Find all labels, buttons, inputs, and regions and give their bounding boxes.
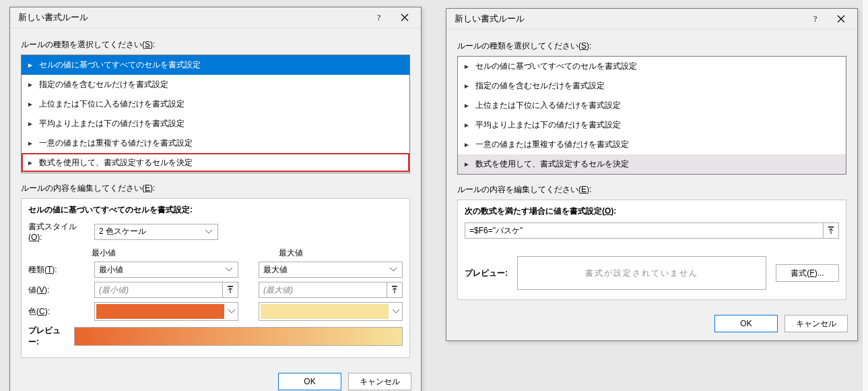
cancel-button[interactable]: キャンセル (784, 315, 848, 332)
svg-text:?: ? (377, 13, 380, 22)
edit-rule-label: ルールの内容を編集してください(E): (21, 183, 410, 194)
svg-rect-2 (392, 286, 397, 287)
format-style-select[interactable]: 2 色スケール (94, 224, 218, 240)
min-color-select[interactable] (94, 302, 238, 321)
type-label: 種類(T): (28, 264, 89, 276)
value-label: 値(V): (28, 284, 89, 296)
arrow-icon: ► (463, 102, 471, 109)
arrow-icon: ► (27, 120, 35, 127)
rule-type-list[interactable]: ►セルの値に基づいてすべてのセルを書式設定 ►指定の値を含むセルだけを書式設定 … (21, 55, 410, 173)
arrow-icon: ► (463, 141, 471, 148)
titlebar: 新しい書式ルール ? (10, 7, 421, 28)
style-label: 書式スタイル(O): (28, 221, 89, 242)
range-select-button[interactable] (222, 282, 238, 298)
rule-type-item[interactable]: ►指定の値を含むセルだけを書式設定 (22, 75, 409, 94)
arrow-icon: ► (27, 140, 35, 147)
rule-type-item[interactable]: ►一意の値または重複する値だけを書式設定 (458, 135, 846, 154)
range-select-button[interactable] (823, 222, 839, 239)
color-label: 色(C): (28, 306, 89, 318)
min-header: 最小値 (92, 247, 226, 259)
arrow-icon: ► (463, 160, 471, 168)
chevron-down-icon (389, 268, 398, 272)
max-header: 最大値 (279, 247, 303, 259)
edit-rule-label: ルールの内容を編集してください(E): (457, 184, 846, 196)
dialog-title: 新しい書式ルール (455, 13, 525, 25)
range-select-button[interactable] (387, 282, 403, 298)
rule-type-item[interactable]: ►上位または下位に入る値だけを書式設定 (458, 96, 846, 115)
rule-type-item[interactable]: ►数式を使用して、書式設定するセルを決定 (458, 154, 846, 174)
min-type-select[interactable]: 最小値 (94, 262, 238, 278)
chevron-down-icon (391, 309, 401, 313)
select-rule-label: ルールの種類を選択してください(S): (21, 39, 410, 51)
max-color-select[interactable] (259, 302, 403, 321)
rule-type-item[interactable]: ►セルの値に基づいてすべてのセルを書式設定 (22, 55, 409, 75)
rule-type-item[interactable]: ►セルの値に基づいてすべてのセルを書式設定 (458, 57, 846, 76)
group-title: セルの値に基づいてすべてのセルを書式設定: (28, 204, 403, 216)
rule-type-item[interactable]: ►平均より上または下の値だけを書式設定 (22, 114, 409, 133)
help-button[interactable]: ? (803, 10, 828, 28)
svg-rect-1 (228, 286, 233, 287)
svg-rect-4 (828, 227, 834, 228)
rule-edit-group: セルの値に基づいてすべてのセルを書式設定: 書式スタイル(O): 2 色スケール… (21, 198, 410, 358)
arrow-icon: ► (463, 63, 471, 70)
max-value-input[interactable]: (最大値) (259, 282, 387, 298)
cancel-button[interactable]: キャンセル (348, 373, 411, 390)
rule-type-item[interactable]: ►数式を使用して、書式設定するセルを決定 (22, 153, 409, 173)
chevron-down-icon (227, 309, 236, 313)
chevron-down-icon (224, 268, 234, 272)
help-button[interactable]: ? (367, 9, 391, 26)
preview-box: 書式が設定されていません (517, 256, 766, 290)
group-title: 次の数式を満たす場合に値を書式設定(O): (465, 206, 839, 217)
preview-gradient (74, 327, 403, 346)
arrow-icon: ► (463, 121, 471, 129)
max-type-select[interactable]: 最大値 (259, 262, 403, 278)
rule-type-item[interactable]: ►一意の値または重複する値だけを書式設定 (22, 133, 409, 153)
svg-text:?: ? (813, 15, 817, 23)
dialog-title: 新しい書式ルール (18, 12, 88, 24)
rule-type-item[interactable]: ►上位または下位に入る値だけを書式設定 (22, 94, 409, 114)
preview-label: プレビュー: (465, 268, 508, 279)
ok-button[interactable]: OK (714, 315, 778, 332)
preview-label: プレビュー: (28, 325, 69, 348)
arrow-icon: ► (27, 100, 35, 108)
format-button[interactable]: 書式(F)... (776, 264, 839, 282)
select-rule-label: ルールの種類を選択してください(S): (457, 40, 846, 52)
rule-type-item[interactable]: ►指定の値を含むセルだけを書式設定 (458, 76, 846, 96)
new-rule-dialog-left: 新しい書式ルール ? ルールの種類を選択してください(S): ►セルの値に基づい… (9, 7, 422, 391)
titlebar: 新しい書式ルール ? (446, 9, 857, 30)
arrow-icon: ► (27, 159, 35, 167)
rule-type-item[interactable]: ►平均より上または下の値だけを書式設定 (458, 115, 846, 135)
rule-edit-group: 次の数式を満たす場合に値を書式設定(O): =$F6="バスケ" プレビュー: … (457, 200, 846, 300)
rule-type-list[interactable]: ►セルの値に基づいてすべてのセルを書式設定 ►指定の値を含むセルだけを書式設定 … (457, 56, 846, 175)
formula-input[interactable]: =$F6="バスケ" (465, 222, 824, 239)
arrow-icon: ► (27, 61, 35, 69)
close-button[interactable] (829, 10, 853, 28)
close-button[interactable] (393, 9, 417, 26)
chevron-down-icon (204, 230, 213, 234)
new-rule-dialog-right: 新しい書式ルール ? ルールの種類を選択してください(S): ►セルの値に基づい… (446, 8, 858, 341)
arrow-icon: ► (463, 82, 471, 90)
ok-button[interactable]: OK (278, 373, 341, 390)
arrow-icon: ► (27, 81, 35, 88)
min-value-input[interactable]: (最小値) (94, 282, 223, 298)
